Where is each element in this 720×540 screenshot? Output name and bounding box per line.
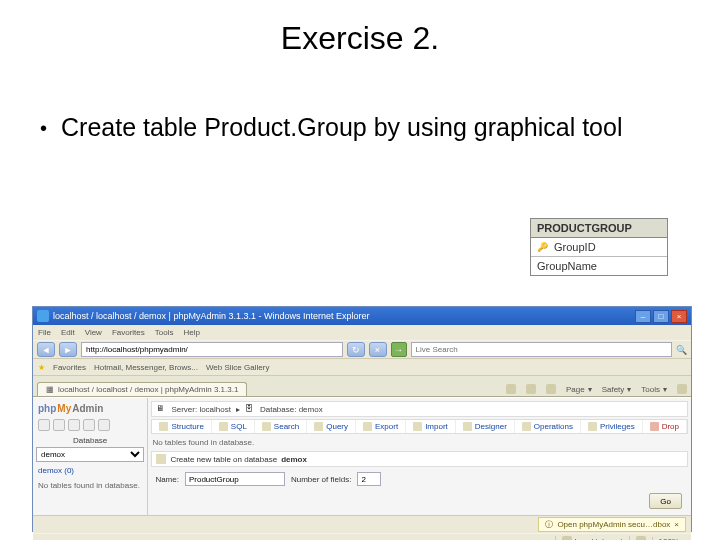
webslice-link[interactable]: Web Slice Gallery — [206, 363, 269, 372]
tab-designer[interactable]: Designer — [456, 420, 515, 433]
primary-key-icon: 🔑 — [537, 242, 548, 252]
address-bar-row: ◄ ► ↻ × → 🔍 — [33, 340, 691, 359]
phpmyadmin-sidebar: phpMyAdmin Database demox demox (0) No t… — [33, 398, 148, 515]
create-table-header: Create new table on database demox — [151, 451, 688, 467]
menu-edit[interactable]: Edit — [61, 328, 75, 337]
name-label: Name: — [155, 475, 179, 484]
bullet-item: • Create table Product.Group by using gr… — [40, 112, 720, 144]
crumb-database[interactable]: Database: demox — [260, 405, 323, 414]
breadcrumb: 🖥 Server: localhost ▸ 🗄 Database: demox — [151, 401, 688, 417]
close-notif-icon[interactable]: × — [674, 520, 679, 529]
column-name: GroupName — [537, 260, 597, 272]
go-button[interactable]: Go — [649, 493, 682, 509]
protected-mode-icon — [636, 536, 646, 540]
phpmyadmin-logo: phpMyAdmin — [36, 401, 144, 416]
browser-titlebar[interactable]: localhost / localhost / demox | phpMyAdm… — [33, 307, 691, 325]
browser-window: localhost / localhost / demox | phpMyAdm… — [32, 306, 692, 532]
create-table-form: Name: Number of fields: — [151, 469, 688, 489]
create-label: Create new table on database — [170, 455, 277, 464]
server-icon: 🖥 — [156, 404, 166, 414]
query-icon[interactable] — [68, 419, 80, 431]
tab-operations[interactable]: Operations — [515, 420, 581, 433]
zone-icon — [562, 536, 572, 540]
bullet-dot: • — [40, 112, 47, 144]
menu-help[interactable]: Help — [183, 328, 199, 337]
zoom-label[interactable]: 100% — [659, 537, 679, 541]
menu-favorites[interactable]: Favorites — [112, 328, 145, 337]
menu-tools[interactable]: Tools — [155, 328, 174, 337]
print-icon[interactable] — [546, 384, 556, 394]
database-select[interactable]: demox — [36, 447, 144, 462]
page-body: phpMyAdmin Database demox demox (0) No t… — [33, 397, 691, 515]
database-label: Database — [36, 436, 144, 445]
help-icon[interactable] — [677, 384, 687, 394]
fav-link[interactable]: Hotmail, Messenger, Brows... — [94, 363, 198, 372]
tab-sql[interactable]: SQL — [212, 420, 255, 433]
home-icon[interactable] — [38, 419, 50, 431]
security-notification[interactable]: ⓘ Open phpMyAdmin secu…dbox × — [538, 517, 686, 532]
favorites-star-icon[interactable]: ★ — [38, 363, 45, 372]
tab-export[interactable]: Export — [356, 420, 406, 433]
sidebar-icons — [36, 418, 144, 432]
logout-icon[interactable] — [53, 419, 65, 431]
search-input[interactable] — [411, 342, 673, 357]
minimize-button[interactable]: – — [635, 310, 651, 323]
tab-strip: ▦ localhost / localhost / demox | phpMyA… — [33, 376, 691, 397]
tab-icon: ▦ — [46, 385, 54, 394]
docs-icon[interactable] — [83, 419, 95, 431]
table-name-input[interactable] — [185, 472, 285, 486]
stop-button[interactable]: × — [369, 342, 387, 357]
close-button[interactable]: × — [671, 310, 687, 323]
address-input[interactable] — [81, 342, 343, 357]
table-diagram-header: PRODUCTGROUP — [531, 219, 667, 238]
database-icon: 🗄 — [245, 404, 255, 414]
page-menu[interactable]: Page ▾ — [566, 385, 592, 394]
go-button[interactable]: → — [391, 342, 407, 357]
crumb-server[interactable]: Server: localhost — [171, 405, 231, 414]
status-bar: Local intranet 100% ▾ — [33, 533, 691, 540]
feeds-icon[interactable] — [526, 384, 536, 394]
maximize-button[interactable]: □ — [653, 310, 669, 323]
tab-label: localhost / localhost / demox | phpMyAdm… — [58, 385, 238, 394]
create-db-name: demox — [281, 455, 307, 464]
tools-menu[interactable]: Tools ▾ — [641, 385, 667, 394]
table-diagram-row: 🔑 GroupID — [531, 238, 667, 257]
ie-icon — [37, 310, 49, 322]
create-icon — [156, 454, 166, 464]
no-tables-notice: No tables found in database. — [151, 436, 688, 449]
tab-privileges[interactable]: Privileges — [581, 420, 643, 433]
table-diagram: PRODUCTGROUP 🔑 GroupID GroupName — [530, 218, 668, 276]
menu-file[interactable]: File — [38, 328, 51, 337]
bullet-text: Create table Product.Group by using grap… — [61, 112, 622, 143]
favorites-label[interactable]: Favorites — [53, 363, 86, 372]
fields-count-input[interactable] — [357, 472, 381, 486]
favorites-bar: ★ Favorites Hotmail, Messenger, Brows...… — [33, 359, 691, 376]
window-title: localhost / localhost / demox | phpMyAdm… — [53, 311, 370, 321]
browser-tab[interactable]: ▦ localhost / localhost / demox | phpMyA… — [37, 382, 247, 396]
tab-import[interactable]: Import — [406, 420, 456, 433]
phpmyadmin-main: 🖥 Server: localhost ▸ 🗄 Database: demox … — [148, 398, 691, 515]
info-icon: ⓘ — [545, 519, 553, 530]
database-link[interactable]: demox (0) — [36, 464, 144, 477]
forward-button[interactable]: ► — [59, 342, 77, 357]
slide-title: Exercise 2. — [0, 20, 720, 57]
main-tabs: Structure SQL Search Query Export Import… — [151, 419, 688, 434]
sidebar-note: No tables found in database. — [36, 479, 144, 492]
column-name: GroupID — [554, 241, 596, 253]
back-button[interactable]: ◄ — [37, 342, 55, 357]
refresh-button[interactable]: ↻ — [347, 342, 365, 357]
tab-query[interactable]: Query — [307, 420, 356, 433]
table-diagram-row: GroupName — [531, 257, 667, 275]
fields-label: Number of fields: — [291, 475, 351, 484]
zone-label: Local intranet — [575, 537, 623, 541]
tab-structure[interactable]: Structure — [152, 420, 211, 433]
reload-icon[interactable] — [98, 419, 110, 431]
safety-menu[interactable]: Safety ▾ — [602, 385, 632, 394]
menu-bar: File Edit View Favorites Tools Help — [33, 325, 691, 340]
tab-search[interactable]: Search — [255, 420, 307, 433]
search-icon[interactable]: 🔍 — [676, 345, 687, 355]
menu-view[interactable]: View — [85, 328, 102, 337]
home-icon[interactable] — [506, 384, 516, 394]
notification-bar: ⓘ Open phpMyAdmin secu…dbox × — [33, 515, 691, 533]
tab-drop[interactable]: Drop — [643, 420, 687, 433]
